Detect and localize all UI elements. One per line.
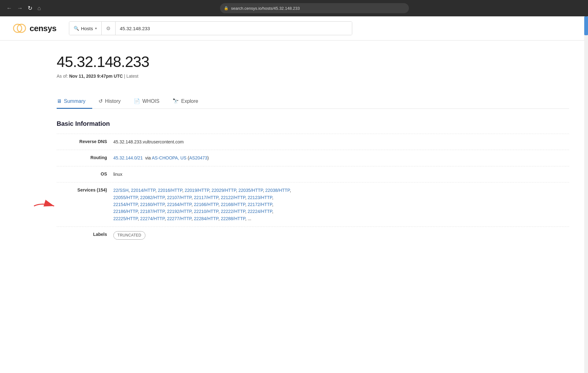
info-table: Reverse DNS 45.32.148.233.vultruserconte… xyxy=(57,134,569,244)
scrollbar[interactable] xyxy=(584,16,588,373)
monitor-icon: 🖥 xyxy=(57,98,62,104)
chevron-down-icon: ▾ xyxy=(95,26,97,31)
document-icon: 📄 xyxy=(134,98,140,104)
arrow-icon xyxy=(31,200,57,212)
service-link[interactable]: 22284/HTTP xyxy=(194,216,218,221)
service-link[interactable]: 22019/HTTP xyxy=(185,188,209,193)
logo-area: censys xyxy=(13,21,56,35)
as-of-suffix: | Latest xyxy=(123,74,139,79)
service-link[interactable]: 22122/HTTP xyxy=(221,195,245,200)
tab-whois[interactable]: 📄 WHOIS xyxy=(134,94,166,109)
service-link[interactable]: 22016/HTTP xyxy=(158,188,182,193)
lock-icon: 🔒 xyxy=(224,6,229,10)
basic-info-section: Basic Information Reverse DNS 45.32.148.… xyxy=(57,120,569,244)
gear-button[interactable]: ⚙ xyxy=(102,22,116,35)
home-button[interactable]: ⌂ xyxy=(36,4,42,12)
service-link[interactable]: 22222/HTTP xyxy=(221,209,245,214)
service-link[interactable]: 22154/HTTP xyxy=(113,202,138,207)
reverse-dns-row: Reverse DNS 45.32.148.233.vultruserconte… xyxy=(57,134,569,150)
service-link[interactable]: 22055/HTTP xyxy=(113,195,138,200)
address-bar[interactable]: 🔒 search.censys.io/hosts/45.32.148.233 xyxy=(220,3,409,13)
services-row: Services (154) xyxy=(57,182,569,226)
service-link[interactable]: 22274/HTTP xyxy=(140,216,165,221)
binoculars-icon: 🔭 xyxy=(172,98,179,104)
service-link[interactable]: 22035/HTTP xyxy=(238,188,263,193)
as-of-text: As of: Nov 11, 2023 9:47pm UTC | Latest xyxy=(57,74,569,79)
services-value: 22/SSH, 22014/HTTP, 22016/HTTP, 22019/HT… xyxy=(113,187,569,222)
service-link[interactable]: 22210/HTTP xyxy=(194,209,218,214)
logo-text: censys xyxy=(30,24,56,33)
service-link[interactable]: 22288/HTTP xyxy=(221,216,245,221)
tab-summary-label: Summary xyxy=(64,98,85,104)
service-link[interactable]: 22277/HTTP xyxy=(167,216,192,221)
search-input[interactable] xyxy=(116,22,352,35)
os-label: OS xyxy=(57,171,113,176)
scrollbar-thumb[interactable] xyxy=(584,16,588,35)
service-link[interactable]: 22187/HTTP xyxy=(140,209,165,214)
service-link[interactable]: 22082/HTTP xyxy=(140,195,165,200)
os-row: OS linux xyxy=(57,166,569,182)
service-link[interactable]: 22225/HTTP xyxy=(113,216,138,221)
reload-button[interactable]: ↻ xyxy=(26,4,34,12)
page-wrapper: censys 🔍 Hosts ▾ ⚙ 45.32.148.233 As of: … xyxy=(0,16,588,373)
routing-cidr-link[interactable]: 45.32.144.0/21 xyxy=(113,155,143,160)
main-content: 45.32.148.233 As of: Nov 11, 2023 9:47pm… xyxy=(0,41,588,257)
ip-address-title: 45.32.148.233 xyxy=(57,53,569,70)
hosts-selector[interactable]: 🔍 Hosts ▾ xyxy=(69,22,101,35)
routing-label: Routing xyxy=(57,154,113,160)
tab-whois-label: WHOIS xyxy=(142,98,159,104)
truncated-badge: TRUNCATED xyxy=(113,231,145,240)
service-link[interactable]: 22166/HTTP xyxy=(194,202,218,207)
tab-history[interactable]: ↺ History xyxy=(99,94,127,109)
hosts-label: Hosts xyxy=(81,26,93,31)
service-link[interactable]: 22123/HTTP xyxy=(248,195,272,200)
service-link[interactable]: 22/SSH xyxy=(113,188,128,193)
tab-summary[interactable]: 🖥 Summary xyxy=(57,95,92,109)
back-button[interactable]: ← xyxy=(5,4,13,12)
services-label: Services (154) xyxy=(57,187,113,192)
routing-as-name-link[interactable]: AS-CHOOPA, US xyxy=(152,155,186,160)
service-link[interactable]: 22014/HTTP xyxy=(131,188,155,193)
tabs-bar: 🖥 Summary ↺ History 📄 WHOIS 🔭 Explore xyxy=(57,94,569,109)
reverse-dns-label: Reverse DNS xyxy=(57,138,113,144)
routing-row: Routing 45.32.144.0/21 via AS-CHOOPA, US… xyxy=(57,150,569,166)
service-link[interactable]: 22160/HTTP xyxy=(140,202,165,207)
tab-history-label: History xyxy=(105,98,121,104)
tab-explore[interactable]: 🔭 Explore xyxy=(172,94,205,109)
labels-row: Labels TRUNCATED xyxy=(57,226,569,244)
url-display: search.censys.io/hosts/45.32.148.233 xyxy=(231,6,300,11)
service-link[interactable]: 22224/HTTP xyxy=(248,209,272,214)
censys-logo-icon xyxy=(13,21,26,35)
routing-value: 45.32.144.0/21 via AS-CHOOPA, US (AS2047… xyxy=(113,154,569,161)
history-icon: ↺ xyxy=(99,98,103,104)
labels-label: Labels xyxy=(57,231,113,237)
service-link[interactable]: 22186/HTTP xyxy=(113,209,138,214)
reverse-dns-value: 45.32.148.233.vultrusercontent.com xyxy=(113,138,569,145)
as-of-prefix: As of: xyxy=(57,74,69,79)
arrow-annotation xyxy=(31,200,57,212)
service-link[interactable]: 22117/HTTP xyxy=(194,195,218,200)
service-link[interactable]: 22172/HTTP xyxy=(248,202,272,207)
section-title: Basic Information xyxy=(57,120,569,127)
service-link[interactable]: 22164/HTTP xyxy=(167,202,192,207)
search-icon: 🔍 xyxy=(74,26,79,31)
labels-value: TRUNCATED xyxy=(113,231,569,240)
os-value: linux xyxy=(113,171,569,178)
service-link[interactable]: 22168/HTTP xyxy=(221,202,245,207)
tab-explore-label: Explore xyxy=(181,98,198,104)
service-link[interactable]: 22192/HTTP xyxy=(167,209,192,214)
site-header: censys 🔍 Hosts ▾ ⚙ xyxy=(0,16,588,41)
service-link[interactable]: 22029/HTTP xyxy=(212,188,236,193)
as-of-date: Nov 11, 2023 9:47pm UTC xyxy=(69,74,123,79)
nav-buttons: ← → ↻ ⌂ xyxy=(5,4,42,12)
routing-asn-link[interactable]: AS20473 xyxy=(189,155,207,160)
search-area: 🔍 Hosts ▾ ⚙ xyxy=(69,21,352,35)
gear-icon: ⚙ xyxy=(106,25,110,31)
service-link[interactable]: 22038/HTTP xyxy=(265,188,290,193)
browser-chrome: ← → ↻ ⌂ 🔒 search.censys.io/hosts/45.32.1… xyxy=(0,0,588,16)
forward-button[interactable]: → xyxy=(16,4,24,12)
service-link[interactable]: 22107/HTTP xyxy=(167,195,192,200)
